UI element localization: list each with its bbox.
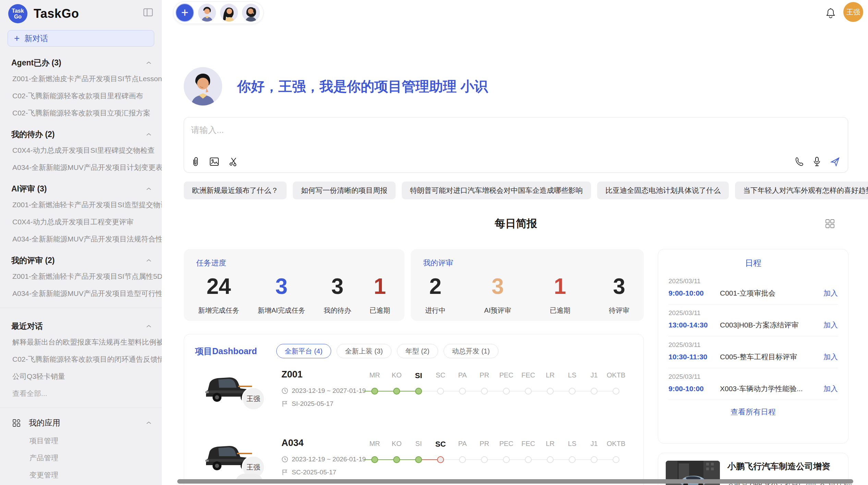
schedule-name: C001-立项审批会 xyxy=(720,288,823,298)
list-item[interactable]: Z001-全新燃油轻卡产品开发项目SI造型提交物评审 xyxy=(0,196,162,213)
list-item[interactable]: C02-飞腾新能源轻客改款项目立项汇报方案 xyxy=(0,104,162,122)
project-row[interactable]: 王强 Z001 2023-12-19 ~ 2027-01-19 SI-2025-… xyxy=(184,366,643,427)
milestone-label: MR xyxy=(364,371,386,380)
stat: 1 已逾期 xyxy=(370,274,390,315)
clock-icon xyxy=(281,387,288,394)
milestone-label: MR xyxy=(364,440,386,449)
avatar[interactable] xyxy=(242,4,260,22)
sidebar-item-project-mgmt[interactable]: 项目管理 xyxy=(0,432,162,449)
section-title: Agent已办 (3) xyxy=(11,58,61,68)
view-all-chats[interactable]: 查看全部... xyxy=(0,385,162,402)
chevron-up-icon[interactable] xyxy=(146,421,152,424)
milestone-dot-done xyxy=(415,456,422,463)
milestone-dot xyxy=(613,456,619,463)
milestone-dot xyxy=(525,456,532,463)
schedule-item: 2025/03/11 9:00-10:00 X003-车辆动力学性能验... 加… xyxy=(668,368,838,400)
milestone-dot-done xyxy=(371,388,378,395)
milestone-label: PR xyxy=(473,440,495,449)
milestone-label: LS xyxy=(561,440,583,449)
milestone-label: LS xyxy=(561,371,583,380)
horizontal-scrollbar[interactable] xyxy=(177,479,853,484)
stat-label: 新增AI完成任务 xyxy=(258,306,305,315)
section-my-todo[interactable]: 我的待办 (2) xyxy=(0,122,162,142)
section-recent-chats[interactable]: 最近对话 xyxy=(0,313,162,334)
view-all-schedule-link[interactable]: 查看所有日程 xyxy=(668,400,838,424)
stat: 2 进行中 xyxy=(425,274,446,315)
schedule-time: 13:00-14:30 xyxy=(668,321,720,329)
stat-value: 3 xyxy=(609,274,629,298)
list-item[interactable]: C02-飞腾新能源轻客改款项目的闭环通告反馈情况 xyxy=(0,351,162,368)
avatar[interactable] xyxy=(198,4,216,22)
list-item[interactable]: A034-全新新能源MUV产品开发项目法规符合性评审 xyxy=(0,231,162,248)
list-item[interactable]: A034-全新新能源MUV产品开发项目造型可行性评审 xyxy=(0,285,162,302)
stat-label: 已逾期 xyxy=(550,306,570,315)
project-dates: 2023-12-19 ~ 2027-01-19 xyxy=(281,387,366,395)
stat-value: 3 xyxy=(324,274,351,298)
chevron-up-icon[interactable] xyxy=(146,61,152,64)
stat: 1 已逾期 xyxy=(550,274,570,315)
list-item[interactable]: Z001-全新燃油轻卡产品开发项目SI节点属性5D文件评审 xyxy=(0,268,162,285)
notification-bell-icon[interactable] xyxy=(825,8,836,20)
layout-grid-icon[interactable] xyxy=(825,219,835,230)
suggestion-chip[interactable]: 欧洲新规最近颁布了什么？ xyxy=(184,182,287,199)
new-chat-button[interactable]: + 新对话 xyxy=(8,30,154,47)
card-title: 我的评审 xyxy=(423,258,631,268)
join-button[interactable]: 加入 xyxy=(823,320,838,330)
microphone-icon[interactable] xyxy=(813,157,821,167)
suggestion-chip[interactable]: 如何写一份清晰的项目周报 xyxy=(293,182,396,199)
milestone-label: PA xyxy=(451,371,473,380)
project-flag-text: SI-2025-05-17 xyxy=(292,400,333,408)
milestone-dot xyxy=(569,388,576,395)
milestone-dot-done xyxy=(415,388,422,395)
add-agent-button[interactable]: + xyxy=(176,3,194,22)
list-item[interactable]: A034-全新新能源MUV产品开发项目计划变更表编写 xyxy=(0,159,162,176)
section-agent-done[interactable]: Agent已办 (3) xyxy=(0,50,162,70)
suggestion-chip[interactable]: 当下年轻人对汽车外观有怎样的喜好趋势 xyxy=(735,182,868,199)
suggestion-chip[interactable]: 比亚迪全固态电池计划具体说了什么 xyxy=(597,182,729,199)
milestone-dot xyxy=(591,388,598,395)
milestone-dot-done xyxy=(393,388,400,395)
attachment-icon[interactable] xyxy=(191,157,200,167)
dashboard-tabs: 全新平台 (4) 全新上装 (3) 年型 (2) 动总开发 (1) xyxy=(276,344,498,358)
tab-year-model[interactable]: 年型 (2) xyxy=(397,344,438,358)
sidebar-item-change-mgmt[interactable]: 变更管理 xyxy=(0,467,162,484)
scissors-icon[interactable] xyxy=(229,157,238,166)
tab-powertrain[interactable]: 动总开发 (1) xyxy=(444,344,498,358)
logo-row: Task Go TaskGo xyxy=(0,0,162,23)
chevron-up-icon[interactable] xyxy=(146,187,152,190)
sidebar-collapse-icon[interactable] xyxy=(143,8,153,18)
chevron-up-icon[interactable] xyxy=(146,133,152,136)
join-button[interactable]: 加入 xyxy=(823,384,838,394)
view-all-apps[interactable]: 查看全部... xyxy=(0,484,162,485)
phone-icon[interactable] xyxy=(794,157,804,166)
section-my-review[interactable]: 我的评审 (2) xyxy=(0,248,162,268)
chevron-up-icon[interactable] xyxy=(146,259,152,262)
milestone-dot xyxy=(547,456,554,463)
list-item[interactable]: C0X4-动力总成开发项目工程变更评审 xyxy=(0,213,162,231)
list-item[interactable]: 解释最新出台的欧盟报废车法规再生塑料比例被调至15%... xyxy=(0,334,162,351)
list-item[interactable]: C0X4-动力总成开发项目SI里程碑提交物检查 xyxy=(0,142,162,159)
image-icon[interactable] xyxy=(209,157,219,166)
my-review-card: 我的评审 2 进行中 3 AI预评审 1 已逾期 3 待评审 xyxy=(411,249,644,321)
sidebar-item-product-mgmt[interactable]: 产品管理 xyxy=(0,449,162,467)
assistant-greeting: 你好，王强，我是你的项目管理助理 小识 xyxy=(184,67,488,105)
join-button[interactable]: 加入 xyxy=(823,352,838,362)
suggestion-chip[interactable]: 特朗普可能对进口汽车增税会对中国车企造成哪些影响 xyxy=(402,182,591,199)
list-item[interactable]: Z001-全新燃油皮卡产品开发项目SI节点Lesson Learn报告 xyxy=(0,70,162,87)
tab-new-platform[interactable]: 全新平台 (4) xyxy=(276,344,331,358)
chevron-up-icon[interactable] xyxy=(146,325,152,328)
avatar[interactable] xyxy=(220,4,238,22)
section-ai-review[interactable]: AI评审 (3) xyxy=(0,176,162,196)
user-avatar[interactable]: 王强 xyxy=(843,2,863,22)
sidebar-item-my-apps[interactable]: 我的应用 xyxy=(0,413,162,432)
milestone-label: OKTB xyxy=(605,371,627,380)
tab-new-body[interactable]: 全新上装 (3) xyxy=(337,344,391,358)
list-item[interactable]: 公司Q3轻卡销量 xyxy=(0,368,162,385)
send-icon[interactable] xyxy=(830,157,840,167)
chat-input[interactable] xyxy=(191,122,839,137)
list-item[interactable]: C02-飞腾新能源轻客改款项目里程碑画布 xyxy=(0,87,162,104)
milestone-label: KO xyxy=(386,440,408,449)
join-button[interactable]: 加入 xyxy=(823,288,838,298)
daily-briefing-title: 每日简报 xyxy=(184,216,848,231)
logo-text-1: Task xyxy=(12,8,24,14)
